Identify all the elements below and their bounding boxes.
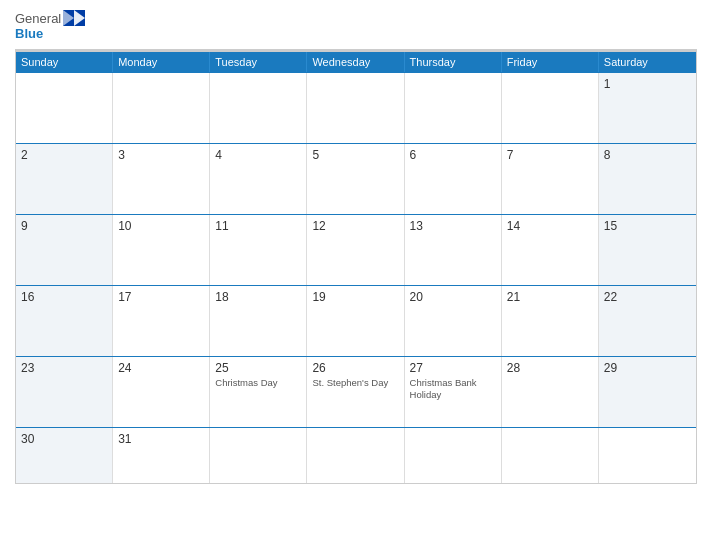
day-header-sunday: Sunday	[16, 52, 113, 72]
holiday-label: Christmas Day	[215, 377, 301, 389]
calendar-cell-2-4: 13	[405, 215, 502, 285]
calendar-cell-3-1: 17	[113, 286, 210, 356]
day-number: 24	[118, 361, 204, 375]
calendar-cell-4-2: 25Christmas Day	[210, 357, 307, 427]
calendar-cell-5-0: 30	[16, 428, 113, 483]
day-header-saturday: Saturday	[599, 52, 696, 72]
day-header-tuesday: Tuesday	[210, 52, 307, 72]
day-number: 30	[21, 432, 107, 446]
day-number: 7	[507, 148, 593, 162]
calendar-cell-1-2: 4	[210, 144, 307, 214]
day-number: 10	[118, 219, 204, 233]
calendar-cell-0-2	[210, 73, 307, 143]
day-number: 12	[312, 219, 398, 233]
calendar-cell-5-4	[405, 428, 502, 483]
day-number: 26	[312, 361, 398, 375]
day-number: 6	[410, 148, 496, 162]
day-number: 16	[21, 290, 107, 304]
day-header-wednesday: Wednesday	[307, 52, 404, 72]
day-number: 8	[604, 148, 691, 162]
calendar-cell-0-3	[307, 73, 404, 143]
calendar-cell-2-3: 12	[307, 215, 404, 285]
calendar-cell-2-5: 14	[502, 215, 599, 285]
logo-general-text: General	[15, 11, 61, 26]
day-number: 1	[604, 77, 691, 91]
calendar-cell-1-5: 7	[502, 144, 599, 214]
day-number: 25	[215, 361, 301, 375]
day-number: 17	[118, 290, 204, 304]
calendar-cell-0-0	[16, 73, 113, 143]
calendar-week-3: 9101112131415	[16, 214, 696, 285]
day-number: 13	[410, 219, 496, 233]
calendar-cell-1-0: 2	[16, 144, 113, 214]
calendar-cell-3-0: 16	[16, 286, 113, 356]
logo-flag-icon	[63, 10, 85, 26]
day-number: 29	[604, 361, 691, 375]
calendar-week-4: 16171819202122	[16, 285, 696, 356]
calendar-cell-5-6	[599, 428, 696, 483]
calendar-cell-1-3: 5	[307, 144, 404, 214]
day-header-friday: Friday	[502, 52, 599, 72]
calendar-cell-2-6: 15	[599, 215, 696, 285]
calendar-cell-3-5: 21	[502, 286, 599, 356]
calendar-cell-5-3	[307, 428, 404, 483]
calendar-cell-5-5	[502, 428, 599, 483]
day-number: 19	[312, 290, 398, 304]
header: General Blue	[15, 10, 697, 41]
calendar-cell-0-4	[405, 73, 502, 143]
day-number: 23	[21, 361, 107, 375]
day-number: 31	[118, 432, 204, 446]
day-number: 9	[21, 219, 107, 233]
logo: General Blue	[15, 10, 85, 41]
day-number: 20	[410, 290, 496, 304]
calendar-cell-3-4: 20	[405, 286, 502, 356]
calendar-cell-0-5	[502, 73, 599, 143]
day-number: 14	[507, 219, 593, 233]
day-number: 22	[604, 290, 691, 304]
calendar-cell-0-6: 1	[599, 73, 696, 143]
day-number: 3	[118, 148, 204, 162]
calendar-cell-1-6: 8	[599, 144, 696, 214]
calendar-cell-1-1: 3	[113, 144, 210, 214]
calendar-week-5: 232425Christmas Day26St. Stephen's Day27…	[16, 356, 696, 427]
calendar-cell-3-3: 19	[307, 286, 404, 356]
calendar-cell-2-0: 9	[16, 215, 113, 285]
calendar-cell-4-0: 23	[16, 357, 113, 427]
calendar-cell-3-2: 18	[210, 286, 307, 356]
day-number: 4	[215, 148, 301, 162]
calendar-page: General Blue SundayMondayTuesdayWednesda…	[0, 0, 712, 550]
day-number: 11	[215, 219, 301, 233]
calendar-cell-0-1	[113, 73, 210, 143]
calendar-cell-3-6: 22	[599, 286, 696, 356]
day-header-monday: Monday	[113, 52, 210, 72]
calendar-days-header: SundayMondayTuesdayWednesdayThursdayFrid…	[16, 52, 696, 72]
day-number: 28	[507, 361, 593, 375]
holiday-label: St. Stephen's Day	[312, 377, 398, 389]
calendar-week-1: 1	[16, 72, 696, 143]
calendar-cell-4-6: 29	[599, 357, 696, 427]
day-number: 15	[604, 219, 691, 233]
calendar-cell-5-2	[210, 428, 307, 483]
day-number: 21	[507, 290, 593, 304]
calendar-body: 1234567891011121314151617181920212223242…	[16, 72, 696, 483]
calendar-week-6: 3031	[16, 427, 696, 483]
day-number: 5	[312, 148, 398, 162]
calendar-cell-4-5: 28	[502, 357, 599, 427]
calendar-cell-2-1: 10	[113, 215, 210, 285]
calendar-cell-1-4: 6	[405, 144, 502, 214]
day-number: 2	[21, 148, 107, 162]
calendar-cell-4-4: 27Christmas Bank Holiday	[405, 357, 502, 427]
calendar-grid: SundayMondayTuesdayWednesdayThursdayFrid…	[15, 51, 697, 484]
calendar-cell-4-3: 26St. Stephen's Day	[307, 357, 404, 427]
day-header-thursday: Thursday	[405, 52, 502, 72]
logo-blue-text: Blue	[15, 26, 43, 41]
calendar-week-2: 2345678	[16, 143, 696, 214]
calendar-cell-5-1: 31	[113, 428, 210, 483]
holiday-label: Christmas Bank Holiday	[410, 377, 496, 402]
day-number: 18	[215, 290, 301, 304]
day-number: 27	[410, 361, 496, 375]
calendar-cell-2-2: 11	[210, 215, 307, 285]
calendar-cell-4-1: 24	[113, 357, 210, 427]
